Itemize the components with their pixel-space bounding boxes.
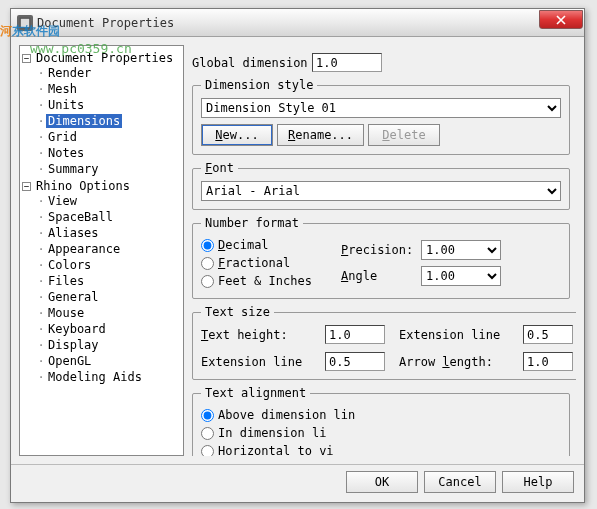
radio-fractional[interactable]: Fractional (201, 256, 341, 270)
number-format-legend: Number format (201, 216, 303, 230)
dimension-style-group: Dimension style Dimension Style 01 New..… (192, 78, 570, 155)
collapse-icon[interactable]: − (22, 54, 31, 63)
close-button[interactable] (539, 10, 583, 29)
tree-item[interactable]: ·Mesh (36, 82, 181, 96)
extension-line-1-label: Extension line (399, 328, 509, 342)
angle-select[interactable]: 1.00 (421, 266, 501, 286)
precision-select[interactable]: 1.00 (421, 240, 501, 260)
tree-item[interactable]: ·General (36, 290, 181, 304)
radio-feet-inches[interactable]: Feet & Inches (201, 274, 341, 288)
tree-item[interactable]: ·OpenGL (36, 354, 181, 368)
tree-item[interactable]: ·Keyboard (36, 322, 181, 336)
new-button[interactable]: New... (201, 124, 273, 146)
dimension-style-legend: Dimension style (201, 78, 317, 92)
tree-item[interactable]: ·Summary (36, 162, 181, 176)
tree-item[interactable]: ·Aliases (36, 226, 181, 240)
tree-item[interactable]: ·Modeling Aids (36, 370, 181, 384)
radio-horizontal[interactable]: Horizontal to vi (201, 444, 561, 456)
precision-label: Precision: (341, 243, 411, 257)
font-select[interactable]: Arial - Arial (201, 181, 561, 201)
tree-item[interactable]: ·Appearance (36, 242, 181, 256)
text-alignment-group: Text alignment Above dimension lin In di… (192, 386, 570, 456)
rename-button[interactable]: Rename... (277, 124, 364, 146)
tree-item[interactable]: ·Grid (36, 130, 181, 144)
dimension-style-select[interactable]: Dimension Style 01 (201, 98, 561, 118)
tree-item[interactable]: ·Render (36, 66, 181, 80)
tree-item[interactable]: ·SpaceBall (36, 210, 181, 224)
radio-above-line[interactable]: Above dimension lin (201, 408, 561, 422)
tree-item[interactable]: ·Units (36, 98, 181, 112)
tree-item[interactable]: ·View (36, 194, 181, 208)
collapse-icon[interactable]: − (22, 182, 31, 191)
number-format-group: Number format Decimal Fractional Feet & … (192, 216, 570, 299)
help-button[interactable]: Help (502, 471, 574, 493)
arrow-length-input[interactable] (523, 352, 573, 371)
text-size-legend: Text size (201, 305, 274, 319)
tree-item[interactable]: ·Colors (36, 258, 181, 272)
dialog-window: Document Properties − Document Propertie… (10, 8, 585, 503)
svg-rect-0 (20, 18, 30, 28)
font-legend: Font (201, 161, 238, 175)
settings-panel: Global dimension Dimension style Dimensi… (190, 45, 576, 456)
global-dimension-label: Global dimension (192, 56, 312, 70)
text-alignment-legend: Text alignment (201, 386, 310, 400)
window-title: Document Properties (37, 16, 174, 30)
extension-line-2-input[interactable] (325, 352, 385, 371)
tree-doc-props[interactable]: − Document Properties (22, 51, 181, 65)
text-height-label: Text height: (201, 328, 311, 342)
global-dimension-input[interactable] (312, 53, 382, 72)
tree-rhino-options[interactable]: − Rhino Options (22, 179, 181, 193)
app-icon (17, 15, 33, 31)
extension-line-2-label: Extension line (201, 355, 311, 369)
extension-line-1-input[interactable] (523, 325, 573, 344)
tree-item[interactable]: ·Dimensions (36, 114, 181, 128)
delete-button: Delete (368, 124, 440, 146)
dialog-footer: OK Cancel Help (11, 464, 584, 502)
radio-in-line[interactable]: In dimension li (201, 426, 561, 440)
ok-button[interactable]: OK (346, 471, 418, 493)
angle-label: Angle (341, 269, 411, 283)
tree-item[interactable]: ·Mouse (36, 306, 181, 320)
cancel-button[interactable]: Cancel (424, 471, 496, 493)
tree-item[interactable]: ·Display (36, 338, 181, 352)
titlebar: Document Properties (11, 9, 584, 37)
arrow-length-label: Arrow length: (399, 355, 509, 369)
text-height-input[interactable] (325, 325, 385, 344)
text-size-group: Text size Text height: Extension line Ex… (192, 305, 576, 380)
font-group: Font Arial - Arial (192, 161, 570, 210)
tree-item[interactable]: ·Files (36, 274, 181, 288)
radio-decimal[interactable]: Decimal (201, 238, 341, 252)
nav-tree[interactable]: − Document Properties ·Render·Mesh·Units… (19, 45, 184, 456)
tree-item[interactable]: ·Notes (36, 146, 181, 160)
